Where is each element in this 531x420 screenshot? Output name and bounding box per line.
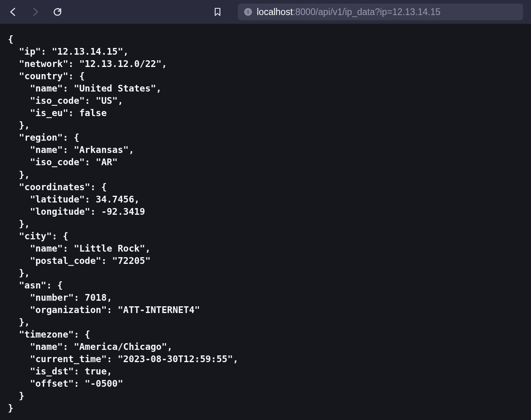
reload-button[interactable] xyxy=(52,7,63,17)
url-host: localhost xyxy=(257,7,293,17)
url-path: :8000/api/v1/ip_data?ip=12.13.14.15 xyxy=(293,7,441,17)
reload-icon xyxy=(53,7,62,17)
json-response-body: { "ip": "12.13.14.15", "network": "12.13… xyxy=(8,33,523,414)
forward-icon xyxy=(31,8,39,16)
bookmark-button[interactable] xyxy=(212,7,223,17)
url-display: localhost:8000/api/v1/ip_data?ip=12.13.1… xyxy=(257,7,441,17)
browser-toolbar: localhost:8000/api/v1/ip_data?ip=12.13.1… xyxy=(0,0,531,24)
back-button[interactable] xyxy=(8,7,18,17)
back-icon xyxy=(9,8,17,16)
forward-button[interactable] xyxy=(30,7,40,17)
svg-point-0 xyxy=(248,10,249,11)
nav-button-group xyxy=(8,7,63,17)
site-info-icon[interactable] xyxy=(244,8,252,16)
info-icon xyxy=(246,10,250,14)
svg-rect-1 xyxy=(248,11,248,13)
address-bar[interactable]: localhost:8000/api/v1/ip_data?ip=12.13.1… xyxy=(238,4,523,20)
page-content: { "ip": "12.13.14.15", "network": "12.13… xyxy=(0,24,531,420)
bookmark-icon xyxy=(214,7,222,17)
